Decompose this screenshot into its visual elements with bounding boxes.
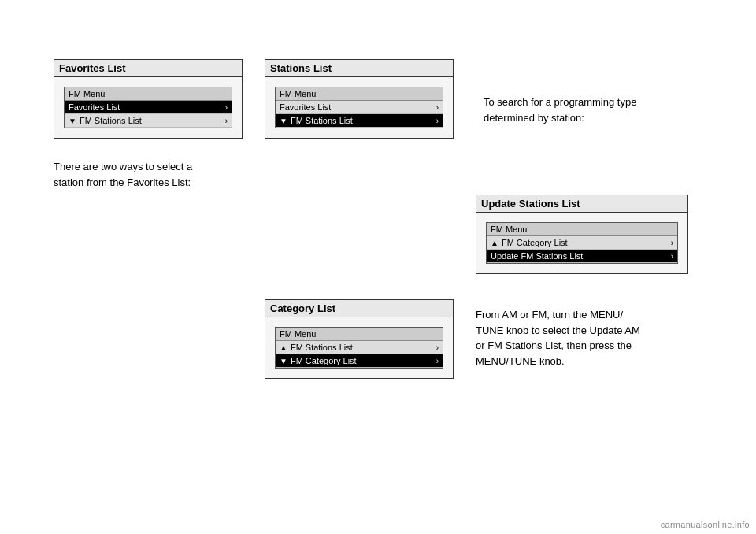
stations-row2-label: FM Stations List (291, 116, 353, 125)
category-row1-label: FM Stations List (291, 343, 353, 352)
stations-row2-arrow: ▼ (280, 117, 287, 125)
update-row2-label: Update FM Stations List (491, 251, 583, 261)
category-list-panel: Category List FM Menu ▲ FM Stations List… (265, 299, 454, 379)
category-row2-chevron: › (436, 357, 439, 365)
category-row-1[interactable]: ▲ FM Stations List › (276, 341, 443, 354)
update-stations-panel: Update Stations List FM Menu ▲ FM Catego… (476, 195, 688, 274)
update-row-2[interactable]: Update FM Stations List › (487, 250, 677, 263)
stations-list-title: Stations List (265, 60, 453, 77)
page-container: Favorites List FM Menu Favorites List › … (0, 0, 756, 534)
stations-row1-chevron: › (436, 103, 439, 112)
update-row2-chevron: › (671, 252, 673, 261)
stations-list-panel: Stations List FM Menu Favorites List › ▼… (265, 59, 454, 139)
favorites-row-1[interactable]: Favorites List › (65, 101, 232, 114)
stations-row-2[interactable]: ▼ FM Stations List › (276, 114, 443, 128)
favorites-description: There are two ways to select astation fr… (54, 159, 243, 190)
favorites-panel-body: FM Menu Favorites List › ▼ FM Stations L… (54, 77, 242, 138)
category-row1-arrow: ▲ (280, 343, 287, 352)
favorites-row2-chevron: › (225, 117, 228, 125)
category-device-screen: FM Menu ▲ FM Stations List › ▼ FM Catego… (275, 327, 443, 369)
category-row1-chevron: › (436, 343, 439, 352)
update-row1-label: FM Category List (502, 238, 568, 247)
category-row-2[interactable]: ▼ FM Category List › (276, 354, 443, 368)
category-panel-body: FM Menu ▲ FM Stations List › ▼ FM Catego… (265, 317, 453, 378)
favorites-row2-label: FM Stations List (80, 116, 142, 125)
stations-row-1[interactable]: Favorites List › (276, 101, 443, 114)
update-screen-title: FM Menu (487, 223, 677, 236)
update-row1-chevron: › (671, 239, 673, 247)
stations-screen-title: FM Menu (276, 87, 443, 101)
update-row1-arrow: ▲ (491, 239, 498, 247)
category-list-title: Category List (265, 300, 453, 317)
update-panel-body: FM Menu ▲ FM Category List › Update FM S… (476, 213, 687, 273)
favorites-row1-chevron: › (225, 103, 228, 112)
favorites-list-title: Favorites List (54, 60, 242, 77)
stations-device-screen: FM Menu Favorites List › ▼ FM Stations L… (275, 87, 443, 128)
stations-side-text: To search for a programming typedetermin… (484, 95, 680, 125)
favorites-screen-title: FM Menu (65, 87, 232, 101)
category-screen-title: FM Menu (276, 328, 443, 341)
favorites-device-screen: FM Menu Favorites List › ▼ FM Stations L… (64, 87, 232, 128)
stations-row1-label: Favorites List (280, 102, 331, 112)
stations-row2-chevron: › (436, 117, 439, 125)
category-row2-arrow: ▼ (280, 357, 287, 365)
update-row-1[interactable]: ▲ FM Category List › (487, 236, 677, 250)
favorites-row-2[interactable]: ▼ FM Stations List › (65, 114, 232, 128)
update-stations-title: Update Stations List (476, 195, 687, 213)
favorites-row1-label: Favorites List (69, 102, 120, 112)
stations-panel-body: FM Menu Favorites List › ▼ FM Stations L… (265, 77, 453, 138)
update-description: From AM or FM, turn the MENU/TUNE knob t… (476, 307, 688, 369)
favorites-list-panel: Favorites List FM Menu Favorites List › … (54, 59, 243, 139)
update-device-screen: FM Menu ▲ FM Category List › Update FM S… (486, 222, 678, 264)
watermark: carmanualsonline.info (661, 520, 750, 529)
favorites-row2-arrow: ▼ (69, 117, 76, 125)
category-row2-label: FM Category List (291, 356, 357, 365)
